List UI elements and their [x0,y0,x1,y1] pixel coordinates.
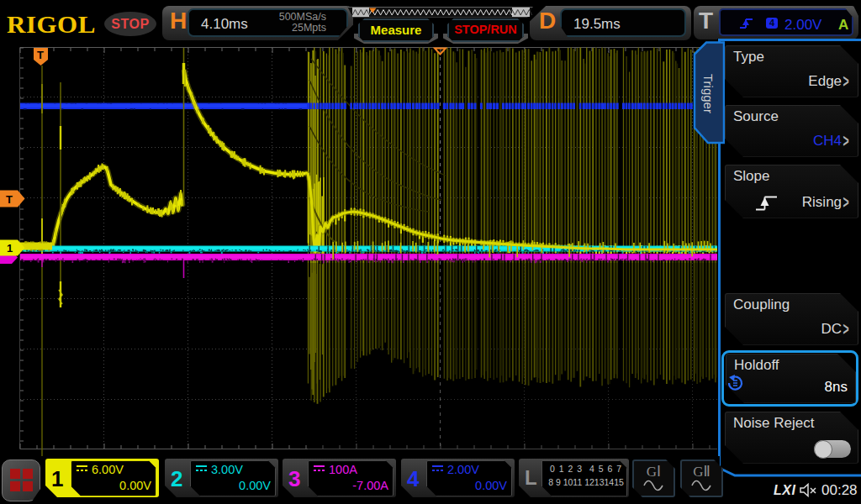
svg-text:T: T [6,193,13,206]
svg-text:1: 1 [7,242,13,255]
svg-text:T: T [37,49,44,61]
